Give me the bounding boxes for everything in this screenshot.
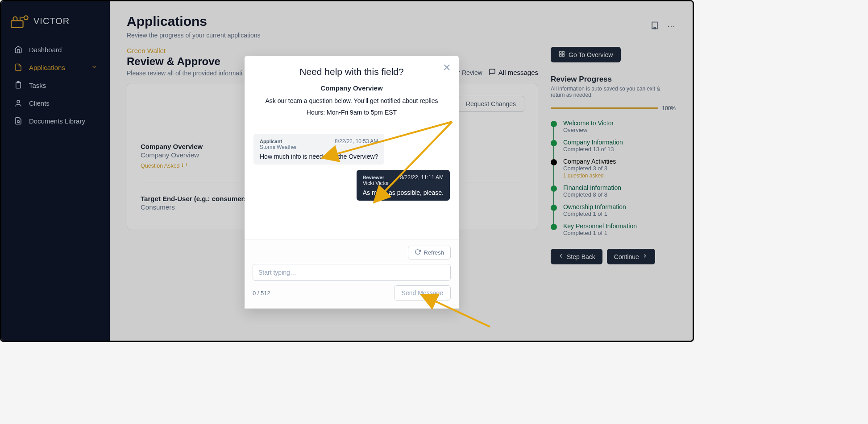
- message-body: How much info is needed in the Overview?: [260, 153, 378, 160]
- chat-thread: Applicant Stormi Weather 8/22/22, 10:53 …: [245, 123, 459, 239]
- message-author: Vicki Victor: [363, 180, 389, 186]
- chat-message-reviewer: Reviewer Vicki Victor 8/22/22, 11:11 AM …: [357, 170, 450, 201]
- refresh-icon: [415, 249, 421, 256]
- modal-subtitle: Ask our team a question below. You'll ge…: [257, 97, 446, 104]
- modal-footer: Refresh 0 / 512 Send Message: [245, 239, 459, 309]
- refresh-button[interactable]: Refresh: [408, 246, 451, 259]
- char-counter: 0 / 512: [253, 290, 270, 296]
- send-button[interactable]: Send Message: [394, 285, 451, 301]
- message-role: Applicant: [260, 139, 297, 144]
- message-body: As much as possible, please.: [363, 189, 444, 196]
- help-modal: ✕ Need help with this field? Company Ove…: [245, 56, 459, 309]
- modal-title: Need help with this field?: [257, 66, 446, 77]
- chat-message-applicant: Applicant Stormi Weather 8/22/22, 10:53 …: [253, 134, 384, 165]
- message-role: Reviewer: [363, 175, 389, 180]
- close-button[interactable]: ✕: [443, 62, 451, 74]
- message-input[interactable]: [253, 264, 451, 281]
- message-author: Stormi Weather: [260, 144, 297, 150]
- message-time: 8/22/22, 11:11 AM: [400, 174, 444, 181]
- close-icon: ✕: [443, 62, 451, 73]
- message-time: 8/22/22, 10:53 AM: [335, 138, 378, 144]
- modal-hours: Hours: Mon-Fri 9am to 5pm EST: [257, 109, 446, 116]
- modal-topic: Company Overview: [257, 84, 446, 92]
- modal-header: ✕ Need help with this field? Company Ove…: [245, 56, 459, 123]
